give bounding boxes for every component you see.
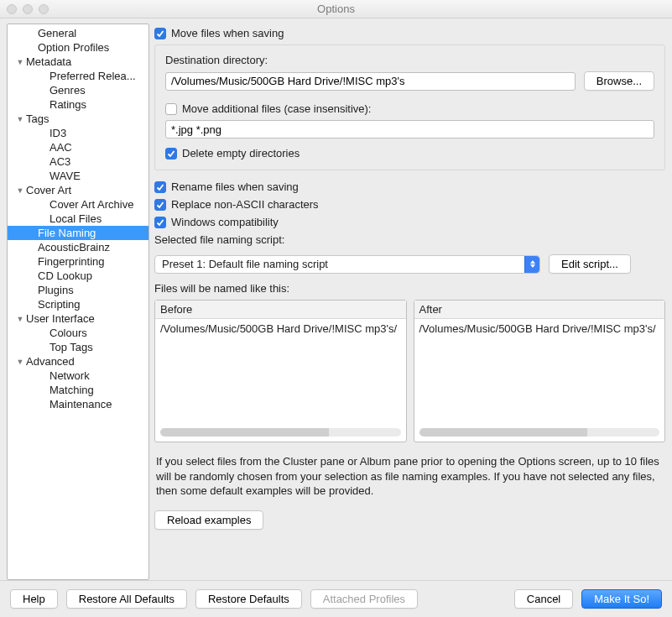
sidebar-item-label: WAVE	[49, 170, 81, 182]
sidebar-item-label: AAC	[49, 141, 72, 154]
ok-button[interactable]: Make It So!	[581, 589, 662, 609]
sidebar-item-label: Option Profiles	[38, 41, 109, 54]
preview-help-text: If you select files from the Cluster pan…	[156, 454, 664, 499]
move-files-checkbox[interactable]: Move files when saving	[154, 27, 665, 39]
sidebar-item[interactable]: Plugins	[8, 283, 148, 297]
sidebar-item[interactable]: AC3	[8, 154, 148, 169]
replace-nonascii-label: Replace non-ASCII characters	[171, 198, 319, 211]
windows-compat-checkbox[interactable]: Windows compatibility	[154, 216, 665, 228]
preview-after-header: After	[414, 301, 665, 319]
edit-script-button[interactable]: Edit script...	[549, 254, 631, 274]
checkbox-icon[interactable]	[165, 148, 177, 159]
sidebar-item[interactable]: ▼Cover Art	[8, 183, 148, 197]
close-icon[interactable]	[7, 4, 17, 14]
script-label: Selected file naming script:	[154, 233, 665, 246]
rename-files-checkbox[interactable]: Rename files when saving	[154, 180, 665, 193]
sidebar-item[interactable]: ▼Tags	[8, 112, 148, 126]
sidebar-item-label: Maintenance	[49, 398, 112, 410]
sidebar-item[interactable]: Top Tags	[8, 340, 148, 354]
sidebar-item[interactable]: Scripting	[8, 297, 148, 311]
script-preset-value: Preset 1: Default file naming script	[162, 258, 524, 270]
preview-after: After /Volumes/Music/500GB Hard Drive/!M…	[414, 300, 666, 442]
minimize-icon[interactable]	[23, 4, 33, 14]
sidebar-item[interactable]: Ratings	[8, 97, 148, 112]
preview-before: Before /Volumes/Music/500GB Hard Drive/!…	[154, 300, 407, 442]
cancel-button[interactable]: Cancel	[514, 589, 573, 609]
sidebar-item[interactable]: General	[8, 26, 148, 40]
disclose-icon: ▼	[16, 58, 24, 66]
sidebar-item-label: Cover Art	[26, 184, 71, 196]
windows-compat-label: Windows compatibility	[171, 216, 279, 228]
sidebar-item-label: Ratings	[49, 98, 86, 111]
checkbox-icon[interactable]	[154, 199, 166, 211]
zoom-icon[interactable]	[39, 4, 49, 14]
disclose-icon: ▼	[16, 186, 24, 195]
sidebar-item[interactable]: CD Lookup	[8, 269, 148, 283]
sidebar-item[interactable]: Genres	[8, 83, 148, 97]
script-preset-select[interactable]: Preset 1: Default file naming script	[154, 255, 540, 274]
move-additional-label: Move additional files (case insensitive)…	[182, 102, 371, 115]
sidebar-item-label: Scripting	[38, 298, 81, 311]
sidebar-item-label: File Naming	[38, 227, 96, 239]
sidebar-item[interactable]: ▼Advanced	[8, 354, 148, 369]
sidebar-item[interactable]: Fingerprinting	[8, 254, 148, 269]
reload-examples-button[interactable]: Reload examples	[154, 510, 263, 530]
restore-defaults-button[interactable]: Restore Defaults	[195, 589, 302, 609]
sidebar-item[interactable]: Matching	[8, 383, 148, 397]
destination-input[interactable]	[165, 72, 576, 91]
attached-profiles-button[interactable]: Attached Profiles	[310, 589, 418, 609]
sidebar-item-label: Tags	[26, 112, 49, 125]
disclose-icon: ▼	[16, 358, 24, 366]
sidebar-item[interactable]: Maintenance	[8, 397, 148, 411]
options-panel: Move files when saving Destination direc…	[154, 24, 665, 580]
replace-nonascii-checkbox[interactable]: Replace non-ASCII characters	[154, 198, 665, 211]
sidebar-item[interactable]: ID3	[8, 126, 148, 140]
sidebar-item-label: Advanced	[26, 355, 75, 368]
sidebar-item[interactable]: Preferred Relea...	[8, 69, 148, 83]
sidebar-item[interactable]: AcousticBrainz	[8, 240, 148, 254]
checkbox-icon[interactable]	[165, 103, 177, 115]
browse-button[interactable]: Browse...	[584, 71, 654, 91]
sidebar-item-label: AC3	[49, 155, 70, 168]
delete-empty-checkbox[interactable]: Delete empty directories	[165, 147, 654, 159]
checkbox-icon[interactable]	[154, 181, 166, 193]
options-sidebar[interactable]: GeneralOption Profiles▼MetadataPreferred…	[7, 24, 149, 580]
scrollbar[interactable]	[419, 428, 660, 437]
window-controls	[7, 4, 49, 14]
disclose-icon: ▼	[16, 315, 24, 323]
sidebar-item-label: Metadata	[26, 55, 71, 68]
sidebar-item-label: Colours	[49, 327, 87, 339]
sidebar-item[interactable]: Option Profiles	[8, 40, 148, 55]
dialog-footer: Help Restore All Defaults Restore Defaul…	[0, 580, 672, 617]
sidebar-item[interactable]: ▼Metadata	[8, 55, 148, 69]
sidebar-item[interactable]: Colours	[8, 326, 148, 340]
destination-label: Destination directory:	[165, 54, 654, 66]
checkbox-icon[interactable]	[154, 217, 166, 228]
restore-all-defaults-button[interactable]: Restore All Defaults	[66, 589, 187, 609]
sidebar-item[interactable]: Cover Art Archive	[8, 197, 148, 212]
checkbox-icon[interactable]	[154, 28, 166, 39]
delete-empty-label: Delete empty directories	[182, 147, 300, 159]
additional-files-input[interactable]	[165, 120, 654, 139]
move-additional-checkbox[interactable]: Move additional files (case insensitive)…	[165, 102, 654, 115]
sidebar-item[interactable]: Local Files	[8, 212, 148, 226]
preview-before-body: /Volumes/Music/500GB Hard Drive/!MISC mp…	[155, 319, 406, 425]
sidebar-item-label: General	[38, 27, 76, 39]
sidebar-item-label: ID3	[49, 127, 66, 139]
sidebar-item[interactable]: Network	[8, 369, 148, 383]
sidebar-item-label: Matching	[49, 384, 94, 396]
titlebar: Options	[0, 0, 672, 18]
preview-after-body: /Volumes/Music/500GB Hard Drive/!MISC mp…	[414, 319, 665, 425]
sidebar-item[interactable]: WAVE	[8, 169, 148, 183]
scrollbar[interactable]	[160, 428, 401, 437]
preview-panes: Before /Volumes/Music/500GB Hard Drive/!…	[154, 300, 665, 442]
help-button[interactable]: Help	[10, 589, 58, 609]
sidebar-item-label: Local Files	[49, 212, 102, 225]
preview-before-header: Before	[155, 301, 406, 319]
move-files-label: Move files when saving	[171, 27, 284, 39]
sidebar-item[interactable]: AAC	[8, 140, 148, 154]
sidebar-item[interactable]: ▼User Interface	[8, 311, 148, 326]
sidebar-item[interactable]: File Naming	[8, 226, 148, 240]
sidebar-item-label: AcousticBrainz	[38, 241, 110, 254]
sidebar-item-label: Fingerprinting	[38, 255, 105, 268]
